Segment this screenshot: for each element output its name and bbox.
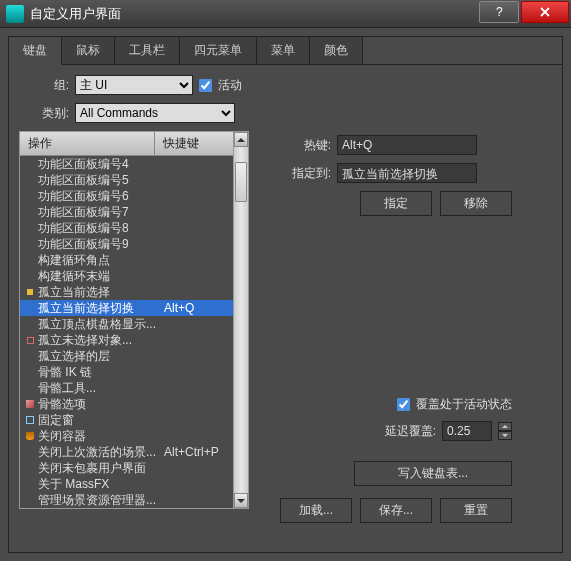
list-item-label: 孤立未选择对象... — [38, 332, 164, 349]
list-item-label: 功能区面板编号8 — [38, 220, 164, 237]
list-item[interactable]: 功能区面板编号7 — [20, 204, 248, 220]
spinner-up[interactable] — [498, 422, 512, 431]
scroll-down[interactable] — [234, 493, 248, 508]
blank-icon — [24, 350, 36, 362]
category-select[interactable]: All Commands — [75, 103, 235, 123]
list-item[interactable]: 孤立当前选择 — [20, 284, 248, 300]
list-item-label: 管理场景资源管理器... — [38, 492, 164, 509]
list-item[interactable]: 关闭上次激活的场景...Alt+Ctrl+P — [20, 444, 248, 460]
list-item-label: 骨骼 IK 链 — [38, 364, 164, 381]
list-item[interactable]: 固定窗 — [20, 412, 248, 428]
list-item[interactable]: 骨骼选项 — [20, 396, 248, 412]
assign-button[interactable]: 指定 — [360, 191, 432, 216]
list-item-label: 功能区面板编号6 — [38, 188, 164, 205]
blank-icon — [24, 174, 36, 186]
blank-icon — [24, 366, 36, 378]
active-checkbox[interactable] — [199, 79, 212, 92]
group-label: 组: — [19, 77, 69, 94]
delay-input[interactable] — [442, 421, 492, 441]
list-item[interactable]: 构建循环末端 — [20, 268, 248, 284]
list-item[interactable]: 功能区面板编号4 — [20, 156, 248, 172]
list-item-label: 关于 MassFX — [38, 476, 164, 493]
list-item[interactable]: 功能区面板编号5 — [20, 172, 248, 188]
list-item[interactable]: 功能区面板编号6 — [20, 188, 248, 204]
list-item-label: 关闭未包裹用户界面 — [38, 460, 164, 477]
tab-0[interactable]: 键盘 — [9, 37, 62, 65]
vessel-icon — [24, 430, 36, 442]
remove-button[interactable]: 移除 — [440, 191, 512, 216]
override-label: 覆盖处于活动状态 — [416, 396, 512, 413]
cube-icon — [24, 398, 36, 410]
header-action[interactable]: 操作 — [20, 132, 155, 155]
list-item-label: 孤立选择的层 — [38, 348, 164, 365]
list-item[interactable]: 骨骼工具... — [20, 380, 248, 396]
close-button[interactable] — [521, 1, 569, 23]
delay-spinner[interactable] — [498, 422, 512, 440]
dot-icon — [24, 286, 36, 298]
tab-4[interactable]: 菜单 — [257, 37, 310, 64]
list-item-label: 功能区面板编号7 — [38, 204, 164, 221]
list-item[interactable]: 管理场景资源管理器... — [20, 492, 248, 508]
blank-icon — [24, 190, 36, 202]
blank-icon — [24, 462, 36, 474]
blank-icon — [24, 446, 36, 458]
blank-icon — [24, 302, 36, 314]
list-item[interactable]: 关于 MassFX — [20, 476, 248, 492]
window-title: 自定义用户界面 — [30, 5, 479, 23]
list-item[interactable]: 功能区面板编号9 — [20, 236, 248, 252]
tab-bar: 键盘鼠标工具栏四元菜单菜单颜色 — [9, 37, 562, 65]
reset-button[interactable]: 重置 — [440, 498, 512, 523]
blank-icon — [24, 382, 36, 394]
assigned-field: 孤立当前选择切换 — [337, 163, 477, 183]
blank-icon — [24, 158, 36, 170]
list-item[interactable]: 功能区面板编号8 — [20, 220, 248, 236]
list-item[interactable]: 关闭未包裹用户界面 — [20, 460, 248, 476]
list-item-label: 固定窗 — [38, 412, 164, 429]
save-button[interactable]: 保存... — [360, 498, 432, 523]
hotkey-label: 热键: — [261, 137, 331, 154]
load-button[interactable]: 加载... — [280, 498, 352, 523]
blank-icon — [24, 494, 36, 506]
blank-icon — [24, 254, 36, 266]
list-item-label: 骨骼选项 — [38, 396, 164, 413]
action-listbox: 操作 快捷键 功能区面板编号4功能区面板编号5功能区面板编号6功能区面板编号7功… — [19, 131, 249, 509]
group-select[interactable]: 主 UI — [75, 75, 193, 95]
active-label: 活动 — [218, 77, 242, 94]
app-icon — [6, 5, 24, 23]
list-item-label: 孤立当前选择 — [38, 284, 164, 301]
list-item[interactable]: 孤立当前选择切换Alt+Q — [20, 300, 248, 316]
tab-1[interactable]: 鼠标 — [62, 37, 115, 64]
list-item-label: 骨骼工具... — [38, 380, 164, 397]
hotkey-input[interactable] — [337, 135, 477, 155]
scroll-thumb[interactable] — [235, 162, 247, 202]
list-item-label: 构建循环末端 — [38, 268, 164, 285]
list-item[interactable]: 构建循环角点 — [20, 252, 248, 268]
list-item-label: 功能区面板编号9 — [38, 236, 164, 253]
list-item[interactable]: 骨骼 IK 链 — [20, 364, 248, 380]
svg-text:?: ? — [496, 6, 503, 18]
list-item-label: 构建循环角点 — [38, 252, 164, 269]
wire-icon — [24, 414, 36, 426]
tab-5[interactable]: 颜色 — [310, 37, 363, 64]
list-item-label: 关闭上次激活的场景... — [38, 444, 164, 461]
help-button[interactable]: ? — [479, 1, 519, 23]
tab-3[interactable]: 四元菜单 — [180, 37, 257, 64]
tab-2[interactable]: 工具栏 — [115, 37, 180, 64]
list-item[interactable]: 孤立选择的层 — [20, 348, 248, 364]
blank-icon — [24, 206, 36, 218]
blank-icon — [24, 238, 36, 250]
list-item[interactable]: 孤立未选择对象... — [20, 332, 248, 348]
list-item-label: 关闭容器 — [38, 428, 164, 445]
assigned-label: 指定到: — [261, 165, 331, 182]
list-item[interactable]: 关闭容器 — [20, 428, 248, 444]
scroll-up[interactable] — [234, 132, 248, 147]
write-keyboard-button[interactable]: 写入键盘表... — [354, 461, 512, 486]
list-item[interactable]: 孤立顶点棋盘格显示... — [20, 316, 248, 332]
spinner-down[interactable] — [498, 431, 512, 440]
titlebar: 自定义用户界面 ? — [0, 0, 571, 28]
sq-icon — [24, 334, 36, 346]
scrollbar[interactable] — [233, 132, 248, 508]
override-checkbox[interactable] — [397, 398, 410, 411]
delay-label: 延迟覆盖: — [385, 423, 436, 440]
blank-icon — [24, 318, 36, 330]
